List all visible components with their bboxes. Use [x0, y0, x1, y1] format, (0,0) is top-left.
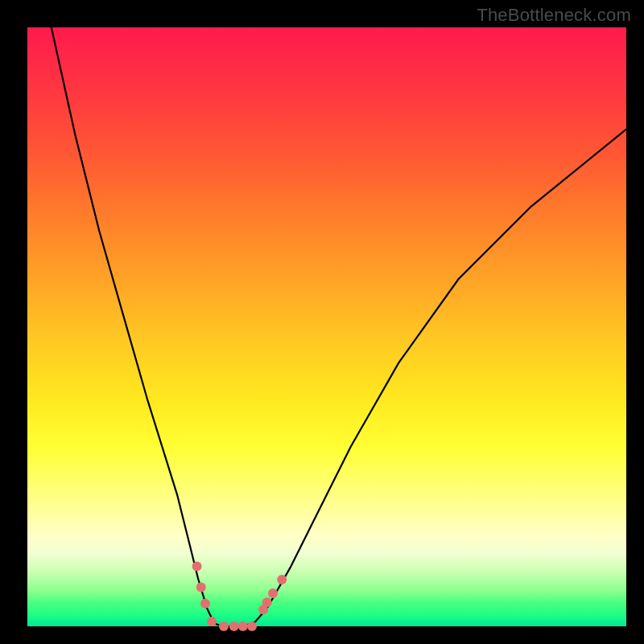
data-markers [192, 562, 287, 631]
data-marker [200, 599, 210, 609]
data-marker [268, 588, 278, 598]
chart-container: TheBottleneck.com [0, 0, 644, 644]
data-marker [238, 621, 248, 631]
curve-path [52, 27, 626, 626]
data-marker [207, 617, 217, 626]
data-marker [262, 597, 272, 607]
data-marker [229, 621, 239, 631]
data-marker [196, 583, 206, 592]
watermark-text: TheBottleneck.com [477, 5, 631, 26]
data-marker [219, 621, 229, 631]
bottleneck-curve [52, 27, 626, 626]
data-marker [247, 621, 257, 631]
data-marker [277, 575, 287, 584]
data-marker [192, 562, 202, 572]
chart-svg [0, 0, 644, 644]
